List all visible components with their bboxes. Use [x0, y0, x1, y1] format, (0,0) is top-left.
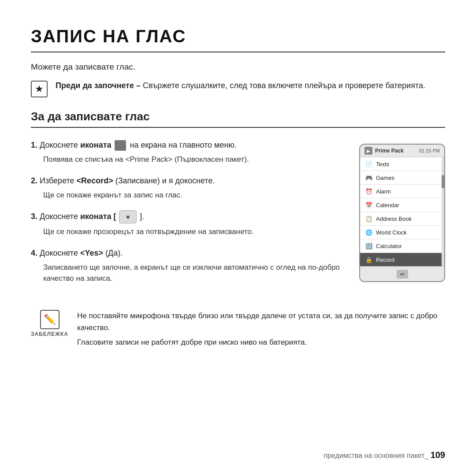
section-title: За да записвате глас — [31, 110, 445, 128]
note-label: ЗАБЕЛЕЖКА — [31, 331, 68, 337]
note-line-1: Не поставяйте микрофона твърде близо или… — [77, 310, 445, 334]
note-icon: ✏️ — [40, 310, 60, 329]
instructions: 1. Докоснете иконата на екрана на главно… — [31, 139, 346, 294]
menu-item-texts[interactable]: 📄 Texts — [360, 157, 444, 171]
alarm-icon: ⏰ — [365, 188, 372, 195]
menu-item-addressbook[interactable]: 📋 Address Book — [360, 212, 444, 226]
record-label: Record — [376, 257, 394, 263]
step-3: 3. Докоснете иконата [ ● ]. Ще се покаже… — [31, 210, 346, 238]
back-button[interactable]: ↩ — [397, 270, 408, 279]
calendar-label: Calendar — [376, 202, 399, 208]
texts-icon: 📄 — [365, 160, 372, 167]
phone-menu-wrapper: 📄 Texts 🎮 Games ⏰ Alarm 📅 Calendar — [360, 157, 444, 267]
step-3-sub: Ще се покаже прозорецът за потвърждение … — [43, 226, 346, 238]
menu-item-record[interactable]: 🔒 Record — [360, 253, 444, 267]
tip-box: ★ Преди да започнете – Свържете слушалки… — [31, 80, 445, 97]
phone-header-title: Prime Pack — [375, 148, 404, 154]
worldclock-icon: 🌐 — [365, 229, 372, 236]
texts-label: Texts — [376, 161, 389, 167]
calculator-label: Calculator — [376, 243, 402, 249]
phone-footer: ↩ — [360, 267, 444, 281]
step-2: 2. Изберете <Record> (Записване) и я док… — [31, 175, 346, 201]
step-1-num: 1. — [31, 141, 37, 149]
page-number: 109 — [431, 450, 445, 460]
note-icon-area: ✏️ ЗАБЕЛЕЖКА — [31, 310, 68, 337]
step-4-bold: <Yes> — [80, 249, 103, 257]
intro-text: Можете да записвате глас. — [31, 62, 445, 72]
step-3-num: 3. — [31, 212, 37, 221]
menu-item-calculator[interactable]: 🔢 Calculator — [360, 239, 444, 253]
step-2-sub: Ще се покаже екранът за запис на глас. — [43, 190, 346, 201]
step-4: 4. Докоснете <Yes> (Да). Записването ще … — [31, 247, 346, 284]
phone-header-time: 01:25 PM — [419, 148, 440, 153]
footer-text: предимства на основния пакет_ — [324, 452, 428, 459]
content-area: 1. Докоснете иконата на екрана на главно… — [31, 139, 445, 294]
step-1-sub: Появява се списъка на <Prime Pack> (Първ… — [43, 154, 346, 165]
tip-body: Свържете слушалките, след това включете … — [141, 81, 425, 90]
step-2-bold: <Record> — [77, 176, 113, 185]
tip-text: Преди да започнете – Свържете слушалките… — [56, 80, 425, 92]
scrollbar[interactable] — [442, 157, 444, 267]
addressbook-label: Address Book — [376, 216, 412, 222]
prime-pack-icon — [115, 140, 126, 151]
note-line-2: Гласовите записи не работят добре при ни… — [77, 336, 445, 348]
step-4-num: 4. — [31, 249, 37, 257]
worldclock-label: World Clock — [376, 229, 407, 236]
note-section: ✏️ ЗАБЕЛЕЖКА Не поставяйте микрофона твъ… — [31, 310, 445, 349]
calculator-icon: 🔢 — [365, 242, 372, 249]
games-label: Games — [376, 175, 394, 181]
phone-header: ▶ Prime Pack 01:25 PM — [360, 145, 444, 157]
menu-item-calendar[interactable]: 📅 Calendar — [360, 198, 444, 212]
page: ЗАПИС НА ГЛАС Можете да записвате глас. … — [0, 0, 476, 476]
note-text: Не поставяйте микрофона твърде близо или… — [77, 310, 445, 349]
step-3-bold: иконата [ — [80, 212, 116, 221]
record-btn-icon: ● — [119, 210, 137, 223]
phone-mockup: ▶ Prime Pack 01:25 PM 📄 Texts 🎮 Games — [359, 144, 445, 282]
phone-header-icon: ▶ — [364, 147, 372, 155]
record-icon: 🔒 — [365, 256, 372, 263]
step-4-sub: Записването ще започне, а екранът ще се … — [43, 262, 346, 284]
phone-menu: 📄 Texts 🎮 Games ⏰ Alarm 📅 Calendar — [360, 157, 444, 267]
page-footer: предимства на основния пакет_ 109 — [324, 450, 445, 460]
star-icon: ★ — [31, 81, 48, 97]
addressbook-icon: 📋 — [365, 215, 372, 222]
step-2-num: 2. — [31, 176, 37, 185]
alarm-label: Alarm — [376, 188, 391, 195]
games-icon: 🎮 — [365, 174, 372, 181]
step-1-bold: иконата — [80, 141, 112, 149]
menu-item-games[interactable]: 🎮 Games — [360, 171, 444, 185]
menu-item-worldclock[interactable]: 🌐 World Clock — [360, 226, 444, 239]
menu-item-alarm[interactable]: ⏰ Alarm — [360, 185, 444, 198]
tip-bold: Преди да започнете – — [56, 81, 141, 90]
step-1: 1. Докоснете иконата на екрана на главно… — [31, 139, 346, 165]
calendar-icon: 📅 — [365, 201, 372, 208]
main-title: ЗАПИС НА ГЛАС — [31, 26, 445, 52]
